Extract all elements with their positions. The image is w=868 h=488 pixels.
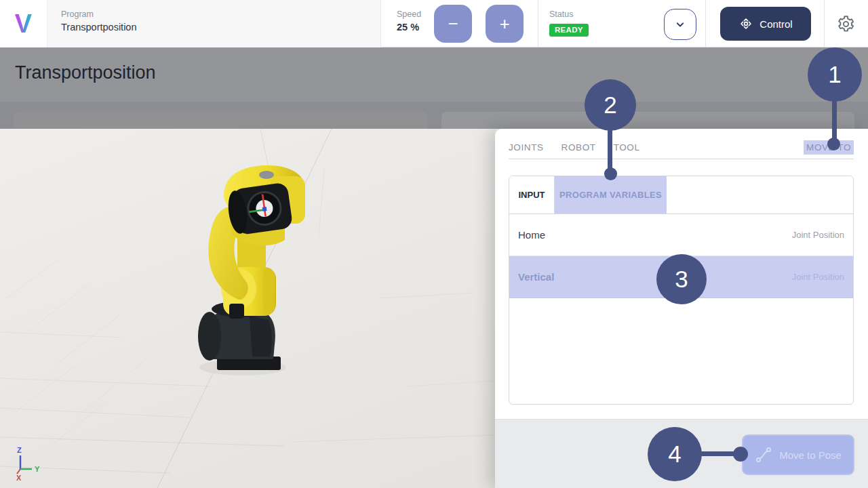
control-pad-icon — [738, 16, 753, 31]
plus-icon: + — [499, 14, 509, 35]
tutorial-step-2: 2 — [585, 79, 636, 131]
variable-name: Home — [518, 229, 545, 241]
app-logo[interactable]: V — [0, 0, 47, 47]
speed-label: Speed — [397, 9, 421, 19]
tab-joints[interactable]: JOINTS — [509, 142, 544, 152]
robot-arm — [198, 165, 305, 375]
control-button-label: Control — [760, 18, 792, 30]
speed-section: Speed 25 % — [397, 9, 421, 33]
v-logo: V — [15, 11, 32, 37]
status-label: Status — [549, 9, 589, 19]
divider — [824, 0, 825, 47]
axis-y-label: Y — [35, 465, 40, 473]
axis-z-label: Z — [17, 446, 22, 454]
program-section: Program Transportposition — [47, 0, 381, 47]
panel-tab-bar: JOINTS ROBOT TOOL MOVE TO — [509, 137, 854, 157]
tab-filler — [667, 176, 853, 214]
tab-input[interactable]: INPUT — [509, 176, 555, 214]
settings-button[interactable] — [837, 15, 855, 33]
speed-increase-button[interactable]: + — [486, 5, 524, 43]
top-app-bar: V Program Transportposition Speed 25 % −… — [0, 0, 868, 47]
tab-tool[interactable]: TOOL — [614, 142, 640, 152]
variable-type: Joint Position — [792, 272, 844, 282]
pose-source-tabs: INPUT PROGRAM VARIABLES — [509, 176, 853, 214]
tab-underline — [509, 159, 854, 159]
tutorial-step-1: 1 — [808, 47, 862, 102]
divider — [705, 0, 706, 47]
status-section: Status READY — [549, 9, 589, 37]
status-badge: READY — [549, 24, 589, 37]
tab-program-variables[interactable]: PROGRAM VARIABLES — [555, 176, 667, 214]
speed-decrease-button[interactable]: − — [434, 5, 472, 43]
tutorial-step-4: 4 — [648, 427, 702, 481]
chevron-down-icon — [673, 18, 687, 31]
program-label: Program — [61, 9, 380, 19]
tutorial-step-2-connector — [608, 127, 612, 169]
variable-type: Joint Position — [792, 230, 844, 240]
minus-icon: − — [448, 14, 458, 35]
program-name: Transportposition — [61, 22, 380, 33]
move-to-pose-path-icon — [755, 446, 772, 464]
robot-scene: Z Y X — [0, 129, 495, 488]
status-expand-button[interactable] — [664, 9, 696, 40]
tutorial-step-1-connector — [832, 98, 837, 140]
tutorial-step-2-anchor — [604, 167, 617, 180]
axis-triad: Z Y X — [16, 446, 40, 482]
variable-name: Vertical — [518, 271, 554, 283]
tutorial-step-4-anchor — [733, 447, 748, 462]
tutorial-step-1-anchor — [827, 138, 840, 150]
move-to-pose-button[interactable]: Move to Pose — [742, 434, 854, 475]
axis-x-label: X — [16, 474, 22, 482]
speed-value: 25 % — [397, 22, 421, 33]
control-button[interactable]: Control — [720, 7, 811, 41]
tutorial-dim-overlay — [0, 47, 868, 129]
robot-3d-viewport[interactable]: Z Y X — [0, 129, 495, 488]
app-screen: Transportposition Close Run — [0, 0, 868, 488]
gear-icon — [837, 15, 855, 33]
tutorial-step-4-connector — [701, 451, 736, 456]
tab-robot[interactable]: ROBOT — [561, 142, 596, 152]
variable-row-home[interactable]: Home Joint Position — [509, 214, 853, 256]
move-to-pose-label: Move to Pose — [779, 449, 842, 461]
divider — [538, 0, 538, 47]
tutorial-step-3: 3 — [656, 254, 707, 304]
